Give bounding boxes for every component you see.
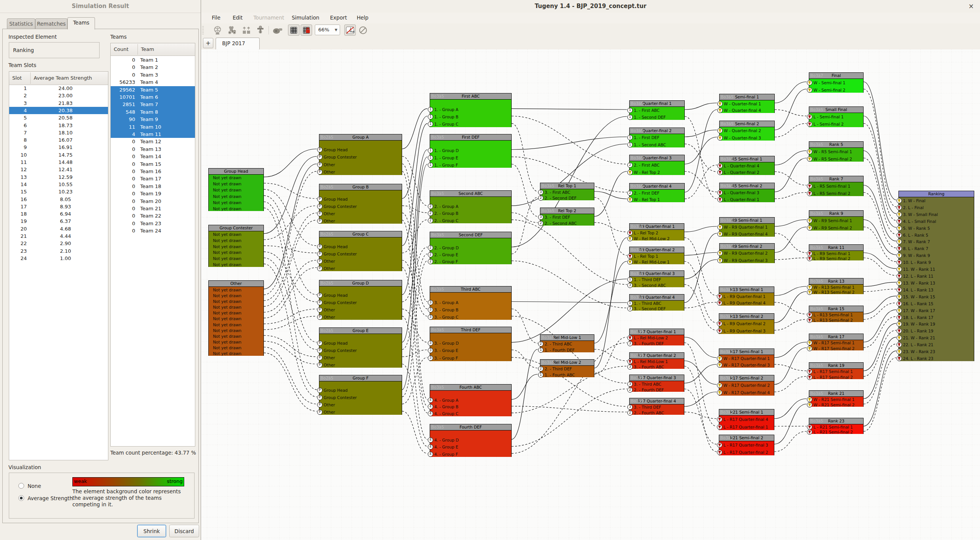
team-slot-row[interactable]: 222.90 <box>9 240 108 247</box>
node-row[interactable]: L - R9 Quarter-final 4 <box>719 300 774 307</box>
node-row[interactable]: W - Rel Top 1 <box>630 196 684 203</box>
node-row[interactable]: 11. - Group F <box>430 161 511 169</box>
node-row[interactable]: 11. - Group D <box>430 147 511 154</box>
node-row[interactable]: Not yet drawn <box>209 175 263 181</box>
node-row[interactable]: 12. L - Rank 11 <box>899 273 974 280</box>
node-row[interactable]: W - R9 Quarter-final 2 <box>720 250 774 257</box>
node-row[interactable]: 24. L - Rank 23 <box>899 355 974 362</box>
node-row[interactable]: 22. - Third DEF <box>540 366 594 372</box>
node-row[interactable]: W - Rel Top 2 <box>630 169 684 176</box>
bracket-node-sf2[interactable]: Bo3à5Semi-final 2W - Quarter-final 2W - … <box>719 121 775 141</box>
bracket-node-r9qf4[interactable]: Bo3à5R9 Quarter-final 411. - Third ABC33… <box>629 294 684 311</box>
node-row[interactable]: POther <box>319 408 402 416</box>
team-slot-row[interactable]: 816.07 <box>9 136 108 144</box>
node-row[interactable]: 18. L - Rank 17 <box>899 314 974 321</box>
draw-lots-icon[interactable] <box>212 25 223 36</box>
node-row[interactable]: PGroup Contester <box>319 347 402 354</box>
tab-teams[interactable]: Teams <box>67 17 95 29</box>
grid-lock-toggle-icon[interactable] <box>301 25 312 36</box>
node-row[interactable]: W - R17 Semi-final 1 <box>809 340 863 346</box>
node-row[interactable]: W - Rel Mid-Low 2 <box>630 236 684 241</box>
node-row[interactable]: POther <box>319 313 402 321</box>
node-row[interactable]: POther <box>319 265 402 272</box>
node-row[interactable]: W - R17 Quarter-final 3 <box>719 362 774 369</box>
bracket-node-r17sf2[interactable]: Bo3à5R17 Semi-final 2W - R17 Quarter-fin… <box>719 375 774 396</box>
whistle-icon[interactable] <box>272 25 283 36</box>
node-row[interactable]: 11. W - Rank 11 <box>899 266 974 273</box>
node-row[interactable]: Not yet drawn <box>209 244 263 250</box>
node-row[interactable]: PGroup Contester <box>319 394 402 401</box>
node-row[interactable]: 22. - Second ABC <box>540 220 594 226</box>
node-row[interactable]: 8. L - Rank 7 <box>899 245 974 252</box>
bracket-node-third-def[interactable]: Bo3à5Third DEF33. - Group D33. - Group E… <box>430 327 512 361</box>
bracket-node-qf4[interactable]: Bo3à5Quarter-final 422. - First DEFW - R… <box>629 183 685 202</box>
node-row[interactable]: W - Semi-final 2 <box>809 86 863 93</box>
bracket-node-small-final[interactable]: Bo3à5Small FinalL - Semi-final 1L - Semi… <box>809 106 864 127</box>
node-row[interactable]: L - R9 Semi-final 2 <box>809 256 863 262</box>
node-row[interactable]: W - R17 Quarter-final 4 <box>719 389 774 397</box>
bracket-node-r13sf1[interactable]: Bo3à5R13 Semi-final 1L - R9 Quarter-fina… <box>719 286 774 306</box>
node-row[interactable]: Not yet drawn <box>209 193 263 200</box>
node-row[interactable]: 11. - First DEF <box>630 134 684 141</box>
node-row[interactable]: W - Rel Mid-Low 1 <box>630 259 684 265</box>
bracket-node-ranking[interactable]: Ranking1. W - Final2. L - Final3. W - Sm… <box>898 191 974 361</box>
node-row[interactable]: 33. - First ABC <box>540 189 594 195</box>
team-row[interactable]: 0Team 3 <box>111 71 195 79</box>
node-row[interactable]: 22. - Group B <box>430 210 511 217</box>
team-slot-row[interactable]: 232.10 <box>9 247 108 255</box>
node-row[interactable]: 15. W - Rank 15 <box>899 293 974 300</box>
bracket-node-group-f[interactable]: Bo2à5Group FPGroup HeadPGroup ContesterP… <box>319 375 402 415</box>
col-team[interactable]: Team <box>138 43 195 56</box>
team-row[interactable]: 4Team 11 <box>111 131 195 138</box>
bracket-node-r17qf2[interactable]: Bo3à5R17 Quarter-final 2L - Rel Mid-Low … <box>629 352 684 369</box>
node-row[interactable]: W - R13 Semi-final 2 <box>809 290 863 295</box>
discard-button[interactable]: Discard <box>169 525 199 537</box>
node-row[interactable]: POther <box>319 169 402 176</box>
node-row[interactable]: Not yet drawn <box>209 255 263 262</box>
node-row[interactable]: 4. L - Small Final <box>899 218 974 225</box>
node-row[interactable]: W - R13 Semi-final 1 <box>809 285 863 290</box>
node-row[interactable]: Not yet drawn <box>209 310 263 316</box>
menu-file[interactable]: File <box>208 13 224 23</box>
team-slot-row[interactable]: 916.91 <box>9 144 108 151</box>
bracket-node-rank11[interactable]: Bo3à5Rank 11L - R9 Semi-final 1L - R9 Se… <box>809 244 864 260</box>
node-row[interactable]: 9. W - Rank 9 <box>899 252 974 259</box>
node-row[interactable]: 22. - Group F <box>430 258 511 265</box>
bracket-node-r21sf2[interactable]: Bo3à5R21 Semi-final 2L - R17 Quarter-fin… <box>719 435 774 455</box>
node-row[interactable]: 33. - First DEF <box>540 214 594 220</box>
node-row[interactable]: PGroup Head <box>319 292 402 299</box>
team-slot-row[interactable]: 214.44 <box>9 232 108 240</box>
bracket-node-group-b[interactable]: Bo2à5Group BPGroup HeadPGroup ContesterP… <box>319 184 402 224</box>
team-mat-toggle-icon[interactable]: Mat <box>344 25 356 36</box>
node-row[interactable]: L - R17 Quarter-final 3 <box>719 441 774 449</box>
tab-rematches[interactable]: Rematches <box>35 18 67 29</box>
team-slot-row[interactable]: 321.83 <box>9 100 108 107</box>
bracket-node-rank21[interactable]: Bo3à5Rank 21W - R21 Semi-final 1W - R21 … <box>809 390 864 407</box>
node-row[interactable]: W - R17 Quarter-final 1 <box>719 355 774 362</box>
bracket-node-rank17[interactable]: Bo3à5Rank 17W - R17 Semi-final 1W - R17 … <box>809 334 864 350</box>
team-slot-row[interactable]: 718.10 <box>9 129 108 136</box>
team-slot-row[interactable]: 168.05 <box>9 196 108 203</box>
node-row[interactable]: 5. W - Rank 5 <box>899 225 974 232</box>
node-row[interactable]: W - R21 Semi-final 2 <box>809 402 863 407</box>
node-row[interactable]: W - R9 Quarter-final 3 <box>720 257 774 264</box>
node-row[interactable]: POther <box>319 257 402 265</box>
bracket-node-group-contester[interactable]: Group ContesterNot yet drawnNot yet draw… <box>208 225 264 267</box>
add-tab-button[interactable]: + <box>203 38 213 48</box>
team-row[interactable]: 0Team 12 <box>111 138 195 145</box>
node-row[interactable]: 22. L - Rank 21 <box>899 341 974 348</box>
node-row[interactable]: 21. W - Rank 21 <box>899 334 974 341</box>
bracket-node-first-abc[interactable]: Bo3à5First ABC11. - Group A11. - Group B… <box>430 93 512 127</box>
node-row[interactable]: L - Quarter-final 3 <box>720 189 774 196</box>
bracket-node-r9qf3[interactable]: Bo3à5R9 Quarter-final 311. - Third DEF33… <box>629 270 684 287</box>
node-row[interactable]: W - R9 Semi-final 2 <box>809 224 863 231</box>
bracket-node-other[interactable]: OtherNot yet drawnNot yet drawnNot yet d… <box>208 280 264 356</box>
node-row[interactable]: 22. - Group D <box>430 244 511 251</box>
node-row[interactable]: 33. - Group A <box>430 299 511 306</box>
bracket-node-final[interactable]: Bo3à7FinalW - Semi-final 1W - Semi-final… <box>809 72 864 93</box>
team-row[interactable]: 0Team 19 <box>111 190 195 197</box>
team-slot-row[interactable]: 178.93 <box>9 203 108 210</box>
node-row[interactable]: Not yet drawn <box>209 304 263 310</box>
node-row[interactable]: L - R17 Quarter-final 4 <box>719 416 774 423</box>
bracket-node-group-e[interactable]: Bo2à5Group EPGroup HeadPGroup ContesterP… <box>319 327 402 368</box>
